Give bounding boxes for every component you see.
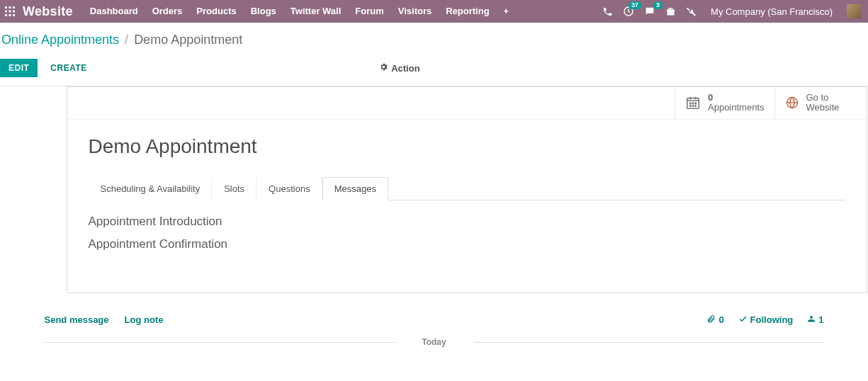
activities-badge: 37 xyxy=(629,1,641,9)
user-avatar[interactable] xyxy=(847,4,861,18)
control-panel: EDIT CREATE Action xyxy=(0,47,868,86)
stat-appointments-label: Appointments xyxy=(708,103,765,113)
followers-count: 1 xyxy=(818,314,823,325)
svg-rect-5 xyxy=(13,11,15,13)
action-dropdown-label: Action xyxy=(391,63,419,74)
svg-point-12 xyxy=(692,103,693,103)
svg-rect-4 xyxy=(9,11,11,13)
nav-products[interactable]: Products xyxy=(189,0,243,23)
nav-blogs[interactable]: Blogs xyxy=(244,0,283,23)
gift-icon[interactable] xyxy=(665,6,676,17)
chatter-date-divider: Today xyxy=(45,337,824,347)
nav-visitors[interactable]: Visitors xyxy=(391,0,439,23)
top-menu: Dashboard Orders Products Blogs Twitter … xyxy=(83,0,516,23)
log-note-button[interactable]: Log note xyxy=(125,314,164,325)
user-icon xyxy=(807,314,816,325)
globe-icon xyxy=(785,96,799,110)
svg-point-11 xyxy=(690,103,691,103)
form-sheet: 0 Appointments Go to Website Demo Appoin… xyxy=(67,86,867,293)
breadcrumb-current: Demo Appointment xyxy=(134,33,242,47)
breadcrumb-root[interactable]: Online Appointments xyxy=(1,33,119,47)
breadcrumb-bar: Online Appointments / Demo Appointment xyxy=(0,23,868,47)
nav-new-content-icon[interactable]: + xyxy=(497,0,517,23)
phone-icon[interactable] xyxy=(602,6,613,17)
following-label: Following xyxy=(750,314,794,325)
stat-goto-line1: Go to xyxy=(806,93,840,103)
attachments-count: 0 xyxy=(718,314,723,325)
calendar-icon xyxy=(685,95,701,110)
followers-button[interactable]: 1 xyxy=(807,314,823,325)
tab-messages[interactable]: Messages xyxy=(322,177,388,200)
chatter-topbar: Send message Log note 0 Following 1 xyxy=(45,307,824,337)
activities-icon[interactable]: 37 xyxy=(623,6,634,17)
following-button[interactable]: Following xyxy=(738,314,794,326)
company-selector[interactable]: My Company (San Francisco) xyxy=(711,6,833,17)
attachments-button[interactable]: 0 xyxy=(706,314,723,326)
stat-goto-line2: Website xyxy=(806,103,840,113)
create-button[interactable]: CREATE xyxy=(50,63,86,73)
tab-questions[interactable]: Questions xyxy=(257,177,322,200)
svg-rect-1 xyxy=(9,6,11,8)
top-nav-bar: Website Dashboard Orders Products Blogs … xyxy=(0,0,868,23)
edit-button[interactable]: EDIT xyxy=(0,59,38,77)
notebook-tabs: Scheduling & Availability Slots Question… xyxy=(89,176,845,200)
svg-point-13 xyxy=(695,103,696,103)
chatter: Send message Log note 0 Following 1 xyxy=(45,307,824,364)
nav-dashboard[interactable]: Dashboard xyxy=(83,0,145,23)
send-message-button[interactable]: Send message xyxy=(45,314,109,325)
svg-point-15 xyxy=(692,106,693,106)
svg-rect-3 xyxy=(5,11,7,13)
record-title: Demo Appointment xyxy=(89,135,845,158)
svg-rect-0 xyxy=(5,6,7,8)
tab-slots[interactable]: Slots xyxy=(212,177,257,200)
action-dropdown[interactable]: Action xyxy=(379,62,419,74)
svg-rect-2 xyxy=(13,6,15,8)
breadcrumb-separator: / xyxy=(119,33,134,47)
stat-appointments-count: 0 xyxy=(708,93,765,103)
nav-twitter-wall[interactable]: Twitter Wall xyxy=(283,0,349,23)
nav-reporting[interactable]: Reporting xyxy=(439,0,496,23)
stat-go-to-website[interactable]: Go to Website xyxy=(774,87,867,119)
messages-badge: 3 xyxy=(653,1,663,9)
svg-rect-6 xyxy=(5,14,7,16)
stat-buttons: 0 Appointments Go to Website xyxy=(67,87,867,120)
svg-point-14 xyxy=(690,106,691,106)
svg-point-16 xyxy=(695,106,696,106)
messages-icon[interactable]: 3 xyxy=(644,6,655,17)
tools-icon[interactable] xyxy=(686,6,697,17)
breadcrumb: Online Appointments / Demo Appointment xyxy=(0,33,868,47)
svg-rect-8 xyxy=(13,14,15,16)
apps-icon[interactable] xyxy=(0,6,20,16)
field-label-appointment-introduction: Appointment Introduction xyxy=(89,215,845,229)
nav-forum[interactable]: Forum xyxy=(348,0,390,23)
paperclip-icon xyxy=(706,314,716,326)
stat-appointments[interactable]: 0 Appointments xyxy=(675,87,774,119)
systray: 37 3 My Company (San Francisco) xyxy=(602,4,861,18)
check-icon xyxy=(738,314,748,326)
app-title[interactable]: Website xyxy=(23,4,73,19)
tab-content-messages: Appointment Introduction Appointment Con… xyxy=(89,200,845,251)
nav-orders[interactable]: Orders xyxy=(145,0,190,23)
field-label-appointment-confirmation: Appointment Confirmation xyxy=(89,237,845,251)
chatter-date-label: Today xyxy=(422,337,446,347)
svg-rect-7 xyxy=(9,14,11,16)
gear-icon xyxy=(379,62,388,74)
tab-scheduling[interactable]: Scheduling & Availability xyxy=(89,177,213,200)
